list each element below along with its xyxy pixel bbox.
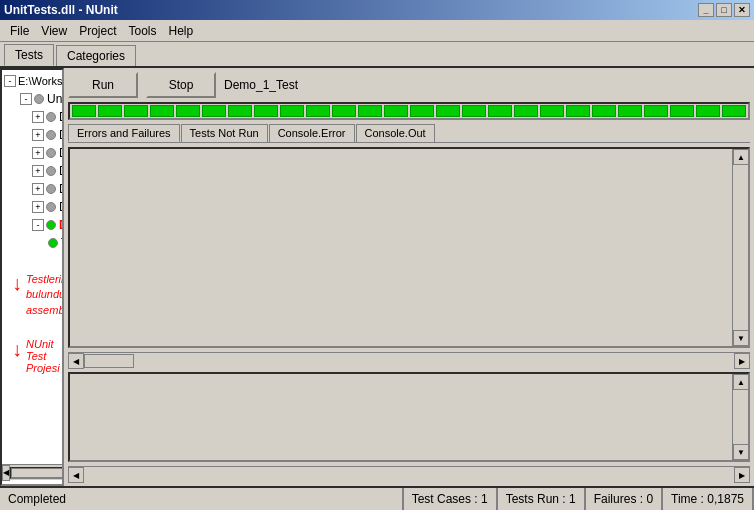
progress-segment-17	[514, 105, 538, 117]
demo2suite-expander[interactable]: +	[32, 129, 44, 141]
unittests-expander[interactable]: -	[20, 93, 32, 105]
vscroll-down-btn[interactable]: ▼	[733, 330, 749, 346]
tab-categories[interactable]: Categories	[56, 45, 136, 66]
demo2triangle-expander[interactable]: +	[32, 147, 44, 159]
status-failures: Failures : 0	[586, 488, 663, 510]
demo1test-label: Demo_1_Test	[59, 218, 62, 232]
progress-segment-11	[358, 105, 382, 117]
root-expander[interactable]: -	[4, 75, 16, 87]
bottom-vscroll-down-btn[interactable]: ▼	[733, 444, 749, 460]
demo4exceptions-label: Demo_4_Exceptions	[59, 182, 62, 196]
progress-segment-15	[462, 105, 486, 117]
minimize-button[interactable]: _	[698, 3, 714, 17]
titlebar-controls: _ □ ✕	[698, 3, 750, 17]
demo2square-expander[interactable]: +	[32, 111, 44, 123]
progress-segment-2	[124, 105, 148, 117]
hscroll-right-btn[interactable]: ▶	[734, 353, 750, 369]
right-panel: Run Stop Demo_1_Test Errors and Failures…	[64, 68, 754, 486]
demo5mockobjects-circle	[46, 202, 56, 212]
tree-item-demo5mockobjects[interactable]: + Demo_5_MockObjects	[4, 198, 60, 216]
tab-tests-not-run[interactable]: Tests Not Run	[181, 124, 268, 142]
progress-segment-23	[670, 105, 694, 117]
tabs-area: Tests Categories	[0, 42, 754, 66]
project-annotation-text: NUnit Test Projesi	[26, 338, 60, 374]
progress-segment-16	[488, 105, 512, 117]
bottom-vscroll-track[interactable]	[733, 390, 748, 444]
progress-segment-18	[540, 105, 564, 117]
demo1test-expander[interactable]: -	[32, 219, 44, 231]
demo2triangle-label: Demo_2_TestTriangle	[59, 146, 62, 160]
assembly-annotation-text: Testlerinbulundugu assembly	[26, 272, 62, 318]
bottom-horizontal-scrollbar: ◀ ▶	[68, 466, 750, 482]
vscroll-up-btn[interactable]: ▲	[733, 149, 749, 165]
stop-button[interactable]: Stop	[146, 72, 216, 98]
left-scroll-track[interactable]	[10, 467, 64, 479]
tree-item-demo3category[interactable]: + Demo_3_Category	[4, 162, 60, 180]
result-inner	[70, 149, 732, 346]
left-scroll-left-btn[interactable]: ◀	[2, 465, 10, 481]
tree-item-testgetdvdcount[interactable]: TestGetDVDCount → Test	[4, 234, 60, 252]
tree-root-path[interactable]: - E:\Works\C#\NUnitDemo\UnitTests\bin\De…	[4, 72, 60, 90]
tab-errors-failures[interactable]: Errors and Failures	[68, 124, 180, 142]
bottom-vscroll-up-btn[interactable]: ▲	[733, 374, 749, 390]
menu-file[interactable]: File	[4, 22, 35, 40]
tree-unittests[interactable]: - UnitTests	[4, 90, 60, 108]
menu-project[interactable]: Project	[73, 22, 122, 40]
menu-tools[interactable]: Tools	[123, 22, 163, 40]
bottom-result-area: ▲ ▼	[68, 372, 750, 462]
result-content-area: ▲ ▼	[68, 147, 750, 348]
bottom-hscroll-track[interactable]	[84, 467, 734, 482]
left-panel: - E:\Works\C#\NUnitDemo\UnitTests\bin\De…	[0, 68, 64, 486]
progress-segment-13	[410, 105, 434, 117]
testgetdvdcount-label: TestGetDVDCount	[61, 236, 62, 250]
tree-item-demo2triangle[interactable]: + Demo_2_TestTriangle	[4, 144, 60, 162]
progress-segment-8	[280, 105, 304, 117]
tab-tests[interactable]: Tests	[4, 44, 54, 66]
tree-item-demo2square[interactable]: + Demo_2_TestSquare	[4, 108, 60, 126]
status-time: Time : 0,1875	[663, 488, 754, 510]
demo3category-expander[interactable]: +	[32, 165, 44, 177]
left-scroll-thumb[interactable]	[11, 468, 64, 478]
demo3category-label: Demo_3_Category	[59, 164, 62, 178]
hscroll-left-btn[interactable]: ◀	[68, 353, 84, 369]
tree-item-demo4exceptions[interactable]: + Demo_4_Exceptions	[4, 180, 60, 198]
tab-console-out[interactable]: Console.Out	[356, 124, 435, 142]
tab-console-error[interactable]: Console.Error	[269, 124, 355, 142]
tree-container[interactable]: - E:\Works\C#\NUnitDemo\UnitTests\bin\De…	[2, 70, 62, 464]
menu-view[interactable]: View	[35, 22, 73, 40]
demo2square-circle	[46, 112, 56, 122]
run-button[interactable]: Run	[68, 72, 138, 98]
project-down-arrow: ↓	[12, 338, 22, 361]
assembly-arrow-container: ↓ Testlerinbulundugu assembly	[12, 272, 60, 318]
maximize-button[interactable]: □	[716, 3, 732, 17]
hscroll-thumb[interactable]	[84, 354, 134, 368]
progress-segment-0	[72, 105, 96, 117]
bottom-hscroll-right-btn[interactable]: ▶	[734, 467, 750, 483]
result-vertical-scrollbar: ▲ ▼	[732, 149, 748, 346]
progress-segment-24	[696, 105, 720, 117]
progress-bar	[68, 102, 750, 120]
progress-segment-10	[332, 105, 356, 117]
tree-item-demo1test[interactable]: - Demo_1_Test → TestFixture	[4, 216, 60, 234]
demo5mockobjects-expander[interactable]: +	[32, 201, 44, 213]
root-path-label: E:\Works\C#\NUnitDemo\UnitTests\bin\Debu…	[18, 75, 62, 87]
assembly-down-arrow: ↓	[12, 272, 22, 295]
tree-item-demo2suite[interactable]: + Demo_2_TestSuite	[4, 126, 60, 144]
demo4exceptions-expander[interactable]: +	[32, 183, 44, 195]
controls-row: Run Stop Demo_1_Test	[68, 72, 750, 98]
statusbar: Completed Test Cases : 1 Tests Run : 1 F…	[0, 486, 754, 510]
hscroll-track[interactable]	[84, 353, 734, 368]
close-button[interactable]: ✕	[734, 3, 750, 17]
demo2square-label: Demo_2_TestSquare	[59, 110, 62, 124]
status-completed: Completed	[0, 488, 404, 510]
bottom-hscroll-left-btn[interactable]: ◀	[68, 467, 84, 483]
current-test-name: Demo_1_Test	[224, 78, 298, 92]
assembly-annotation-container: ↓ Testlerinbulundugu assembly	[12, 272, 60, 318]
vscroll-track[interactable]	[733, 165, 748, 330]
demo4exceptions-circle	[46, 184, 56, 194]
demo3category-circle	[46, 166, 56, 176]
progress-segment-3	[150, 105, 174, 117]
menu-help[interactable]: Help	[163, 22, 200, 40]
result-horizontal-scrollbar: ◀ ▶	[68, 352, 750, 368]
project-annotation-container: ↓ NUnit Test Projesi	[12, 338, 60, 374]
